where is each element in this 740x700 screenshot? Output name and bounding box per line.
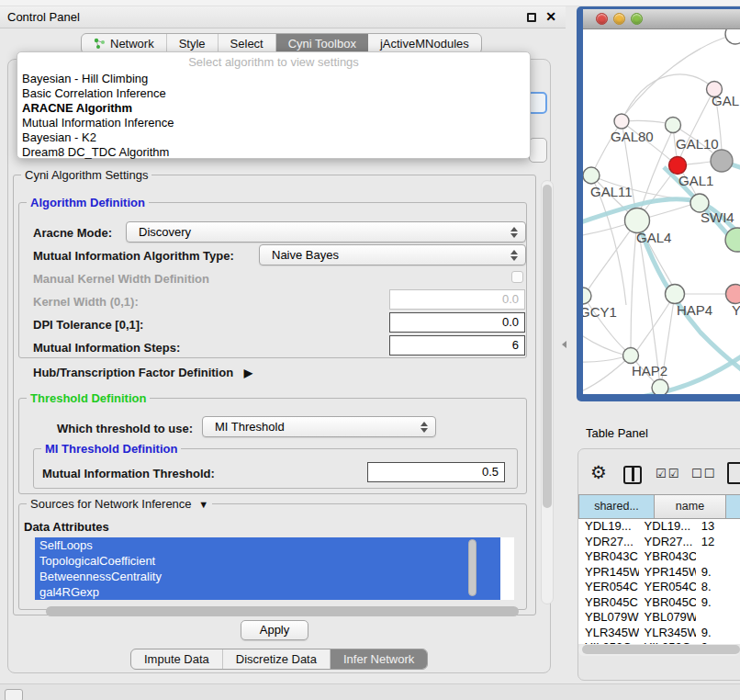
table-row[interactable]: YDR27...YDR27...12 — [578, 535, 740, 550]
minimize-traffic-light-icon[interactable] — [613, 13, 625, 25]
algorithm-option[interactable]: Dream8 DC_TDC Algorithm — [17, 145, 530, 160]
network-node[interactable] — [583, 288, 591, 304]
table-horizontal-scrollbar-thumb[interactable] — [582, 645, 740, 654]
network-node[interactable] — [726, 285, 740, 304]
minimized-panel-button[interactable] — [5, 689, 23, 700]
tab-style[interactable]: Style — [167, 34, 219, 53]
table-cell: YER054C — [639, 580, 696, 595]
network-node[interactable] — [652, 379, 668, 394]
list-item-selected[interactable]: gal4RGexp — [35, 584, 500, 600]
list-item-selected[interactable]: SelfLoops — [35, 537, 500, 553]
tab-impute-data[interactable]: Impute Data — [131, 649, 223, 669]
data-attributes-list: SelfLoops TopologicalCoefficient Between… — [35, 537, 514, 600]
hub-tf-definition-toggle[interactable]: Hub/Transcription Factor Definition ▶ — [33, 366, 252, 379]
network-node[interactable] — [711, 150, 733, 172]
kernel-width-field[interactable]: 0.0 — [389, 289, 525, 310]
tab-jactivemnodules[interactable]: jActiveMNodules — [368, 34, 481, 53]
float-window-icon[interactable] — [527, 13, 536, 22]
network-node-label: GAL10 — [676, 136, 719, 152]
network-canvas[interactable]: GALGAL80GAL10GAL1SWI4GAL11GAL4GCY1HAP4YH… — [583, 29, 740, 394]
table-cell: YLR345W — [578, 626, 639, 641]
dpi-tolerance-field[interactable]: 0.0 — [389, 312, 525, 333]
column-header-shared-name[interactable]: shared... — [578, 494, 654, 519]
network-node[interactable] — [669, 157, 687, 175]
network-window-titlebar[interactable] — [583, 9, 740, 29]
network-node[interactable] — [725, 29, 740, 44]
tab-select[interactable]: Select — [219, 34, 276, 53]
tab-cyni-toolbox[interactable]: Cyni Toolbox — [276, 34, 368, 53]
list-scrollbar-thumb[interactable] — [468, 539, 477, 596]
table-row[interactable]: YER054CYER054C8. — [578, 580, 740, 595]
network-node[interactable] — [623, 348, 639, 364]
network-node-label: GAL4 — [636, 230, 671, 245]
aracne-mode-combo[interactable]: Discovery — [126, 221, 526, 243]
close-icon[interactable]: ✕ — [545, 9, 556, 24]
threshold-definition-title: Threshold Definition — [27, 391, 150, 405]
network-node[interactable] — [583, 167, 600, 184]
which-threshold-value: MI Threshold — [215, 420, 285, 434]
table-row[interactable]: YBL079WYBL079W — [578, 610, 740, 626]
table-row[interactable]: YBR045CYBR045C9. — [578, 595, 740, 611]
tab-infer-network[interactable]: Infer Network — [331, 649, 427, 669]
application-window: Control Panel ✕ Network Style Select Cyn… — [0, 0, 740, 700]
table-cell: YBL079W — [639, 610, 696, 626]
table-cell: 9. — [696, 565, 740, 581]
combo-arrows-icon — [510, 226, 518, 239]
apply-button[interactable]: Apply — [241, 620, 308, 640]
tab-label: Style — [179, 37, 206, 51]
tab-network[interactable]: Network — [82, 34, 167, 53]
table-cell — [696, 549, 740, 565]
deselect-all-checkboxes-icon[interactable]: ☐☐ — [691, 467, 716, 480]
column-header-clipped[interactable]: A — [725, 494, 740, 519]
algorithm-option[interactable]: Basic Correlation Inference — [17, 86, 530, 101]
tab-discretize-data[interactable]: Discretize Data — [223, 649, 331, 669]
combo-arrows-icon — [510, 249, 518, 262]
algorithm-option[interactable]: Bayesian - Hill Climbing — [17, 72, 530, 86]
network-canvas-svg: GALGAL80GAL10GAL1SWI4GAL11GAL4GCY1HAP4YH… — [583, 29, 740, 394]
network-node[interactable] — [666, 285, 685, 304]
column-header-name[interactable]: name — [654, 494, 725, 519]
tab-label: Select — [230, 37, 263, 51]
sources-group-toggle[interactable]: Sources for Network Inference ▼ — [27, 497, 212, 511]
export-table-icon[interactable] — [727, 462, 740, 484]
network-edge-highlighted[interactable] — [583, 199, 740, 255]
mi-threshold-field[interactable]: 0.5 — [367, 462, 505, 482]
combo-arrows-icon — [420, 421, 428, 434]
control-panel-titlebar: Control Panel ✕ — [0, 6, 566, 28]
list-item-selected[interactable]: BetweennessCentrality — [35, 569, 500, 584]
table-cell: YBR043C — [639, 549, 696, 565]
network-edge[interactable] — [583, 333, 623, 355]
column-visibility-icon[interactable] — [623, 466, 642, 484]
network-node[interactable] — [666, 118, 681, 133]
split-pane-collapse-arrow[interactable] — [562, 341, 566, 348]
kernel-width-label: Kernel Width (0,1): — [33, 295, 139, 309]
manual-kernel-width-checkbox[interactable] — [511, 271, 523, 283]
network-edge[interactable] — [583, 357, 622, 362]
network-node[interactable] — [614, 114, 629, 129]
select-all-checkboxes-icon[interactable]: ☑☑ — [656, 467, 680, 480]
zoom-traffic-light-icon[interactable] — [631, 13, 643, 25]
settings-horizontal-scrollbar-thumb[interactable] — [46, 606, 519, 616]
settings-vertical-scrollbar-thumb[interactable] — [543, 185, 552, 508]
which-threshold-label: Which threshold to use: — [57, 422, 193, 435]
table-row[interactable]: YBR043CYBR043C — [578, 549, 740, 565]
algorithm-option[interactable]: Mutual Information Inference — [17, 116, 530, 130]
mi-algorithm-type-combo[interactable]: Naive Bayes — [259, 244, 526, 265]
network-edge[interactable] — [622, 74, 714, 121]
table-cell: YPR145W — [639, 565, 696, 581]
algorithm-option-highlighted[interactable]: ARACNE Algorithm — [17, 101, 530, 116]
table-cell: YDR27... — [639, 535, 696, 550]
table-row[interactable]: YLR345WYLR345W9. — [578, 626, 740, 641]
algorithm-option[interactable]: Bayesian - K2 — [17, 130, 530, 145]
table-settings-gear-icon[interactable]: ⚙ — [590, 462, 607, 482]
mi-steps-field[interactable]: 6 — [389, 335, 525, 356]
table-row[interactable]: YDL19...YDL19...13 — [578, 519, 740, 535]
which-threshold-combo[interactable]: MI Threshold — [202, 416, 436, 437]
collapse-down-icon: ▼ — [198, 499, 208, 510]
table-cell: YBR045C — [639, 595, 696, 611]
table-row[interactable]: YPR145WYPR145W9. — [578, 565, 740, 581]
list-item-selected[interactable]: TopologicalCoefficient — [35, 553, 500, 569]
table-cell: 8. — [696, 580, 740, 595]
close-traffic-light-icon[interactable] — [596, 13, 608, 25]
table-cell: YBR045C — [578, 595, 639, 611]
